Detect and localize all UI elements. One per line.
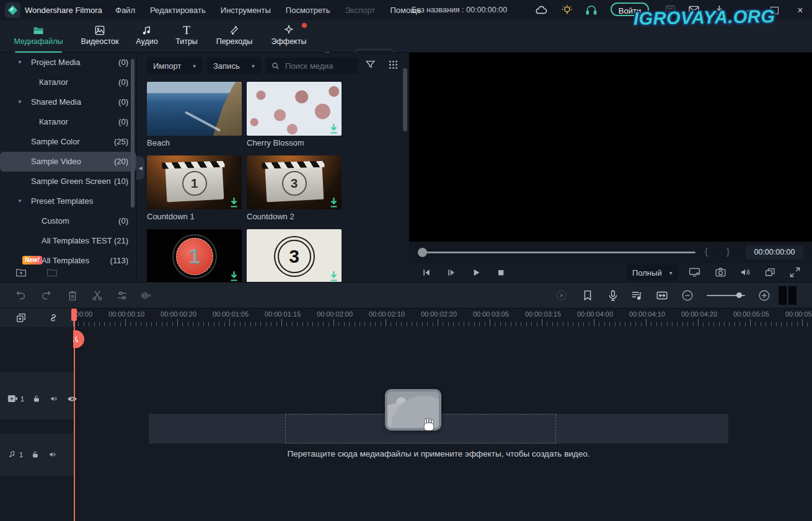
tips-bulb-icon[interactable]	[560, 4, 574, 17]
media-item[interactable]: 3 Countdown 4	[247, 229, 342, 282]
tree-arrow-icon[interactable]: ▼	[17, 92, 22, 112]
fullscreen-icon[interactable]	[788, 266, 801, 279]
speaker-icon[interactable]	[739, 266, 752, 279]
sidebar-footer	[0, 266, 136, 280]
media-item[interactable]: 3 Countdown 2	[247, 155, 342, 222]
media-thumbnail-cherry-blossom[interactable]	[247, 82, 342, 136]
tab-effects[interactable]: Эффекты	[263, 24, 314, 51]
timeline-body[interactable]: 1 1	[0, 327, 812, 521]
video-track-header[interactable]: 1	[0, 372, 73, 419]
next-frame-button[interactable]	[446, 268, 457, 278]
marker-button[interactable]	[581, 289, 594, 302]
close-button[interactable]: ×	[793, 0, 807, 20]
sidebar-item-sample-color[interactable]: Sample Color (25)	[0, 132, 136, 152]
sidebar-item-preset-templates[interactable]: ▼ Preset Templates	[0, 191, 136, 211]
tab-titles[interactable]: T Титры	[167, 24, 206, 51]
layout-icon[interactable]	[764, 266, 777, 279]
tab-audio[interactable]: Аудио	[127, 24, 167, 51]
dual-monitor-icon[interactable]	[688, 266, 701, 279]
tree-arrow-icon[interactable]: ▼	[17, 53, 22, 72]
sidebar-item-katalog-1[interactable]: Каталог (0)	[0, 72, 136, 92]
timeline-zoom-handle[interactable]	[736, 292, 742, 298]
download-arrow-icon[interactable]	[329, 271, 338, 281]
download-arrow-icon[interactable]	[229, 123, 239, 134]
preview-panel: { } 00:00:00:00 Полный ▾	[409, 53, 812, 282]
tab-media[interactable]: Медиафайлы	[9, 24, 68, 51]
new-badge: New!	[22, 256, 42, 265]
filter-icon[interactable]	[364, 59, 376, 71]
menu-export: Экспорт	[345, 6, 376, 15]
media-search[interactable]	[266, 58, 358, 74]
menu-edit[interactable]: Редактировать	[150, 6, 206, 15]
collapse-sidebar-handle[interactable]: ◀	[136, 156, 144, 180]
add-folder-icon[interactable]	[15, 266, 27, 278]
cloud-icon[interactable]	[534, 4, 548, 17]
sidebar-item-shared-media[interactable]: ▼ Shared Media (0)	[0, 92, 136, 112]
media-thumbnail-beach[interactable]	[147, 82, 242, 136]
mute-speaker-icon[interactable]	[48, 450, 58, 459]
view-toggle-block[interactable]	[779, 286, 787, 305]
sidebar-item-all-templates-test[interactable]: All Templates TEST (21)	[0, 231, 136, 251]
play-button[interactable]	[471, 268, 482, 278]
download-arrow-icon[interactable]	[329, 197, 338, 208]
mute-speaker-icon[interactable]	[49, 394, 59, 403]
record-dropdown[interactable]: Запись ▾	[207, 58, 261, 74]
media-toolbar: Импорт ▾ Запись ▾	[147, 58, 358, 74]
stop-button[interactable]	[496, 268, 507, 278]
snapshot-camera-icon[interactable]	[714, 266, 727, 279]
sidebar-item-sample-video[interactable]: Sample Video (20)	[0, 152, 136, 172]
download-arrow-icon[interactable]	[329, 123, 338, 134]
project-title: Без названия : 00:00:00:00	[412, 6, 507, 14]
timeline-ruler[interactable]: 00:00:00:00 00:00:00:10 00:00:00:20 00:0…	[0, 309, 812, 327]
mark-in-icon[interactable]: {	[705, 246, 708, 256]
playhead-line[interactable]	[74, 309, 75, 521]
media-item[interactable]: 1 Countdown 1	[147, 155, 242, 222]
video-track-number: 1	[20, 395, 24, 403]
search-input[interactable]	[284, 61, 351, 71]
sidebar-item-project-media[interactable]: ▼ Project Media (0)	[0, 53, 136, 72]
menu-file[interactable]: Файл	[115, 6, 135, 15]
audio-mixer-button	[139, 289, 152, 302]
notification-dot	[302, 23, 307, 28]
tree-arrow-icon[interactable]: ▼	[17, 191, 22, 211]
menu-view[interactable]: Посмотреть	[286, 6, 330, 15]
previous-frame-button[interactable]	[421, 268, 433, 278]
zoom-out-icon[interactable]	[681, 289, 694, 302]
chevron-down-icon: ▾	[193, 63, 196, 69]
media-thumbnail-countdown-3[interactable]: 1	[147, 229, 242, 282]
support-headset-icon[interactable]	[585, 4, 598, 17]
sidebar-item-custom[interactable]: Custom (0)	[0, 211, 136, 231]
mark-out-icon[interactable]: }	[726, 246, 730, 256]
sidebar-scrollbar[interactable]	[131, 59, 135, 208]
grid-view-icon[interactable]	[387, 59, 399, 71]
zoom-in-icon[interactable]	[757, 289, 771, 302]
audio-list-icon[interactable]	[630, 289, 643, 302]
seek-bar[interactable]	[423, 252, 695, 253]
sidebar-item-sample-green-screen[interactable]: Sample Green Screen (10)	[0, 172, 136, 191]
media-item[interactable]: Beach	[147, 82, 242, 148]
media-item[interactable]: Cherry Blossom	[247, 82, 342, 148]
tab-transitions[interactable]: Переходы	[206, 24, 262, 51]
fit-timeline-icon[interactable]	[655, 289, 669, 302]
media-scrollbar[interactable]	[403, 68, 407, 131]
media-thumbnail-countdown-4[interactable]: 3	[247, 229, 342, 282]
add-track-icon[interactable]	[15, 312, 27, 324]
link-icon[interactable]	[47, 312, 60, 324]
download-arrow-icon[interactable]	[229, 197, 239, 208]
media-item[interactable]: 1 Countdown 3	[147, 229, 242, 282]
lock-icon[interactable]	[31, 450, 40, 459]
preview-zoom-dropdown[interactable]: Полный ▾	[626, 265, 678, 281]
view-toggle-block[interactable]	[788, 286, 797, 305]
media-thumbnail-countdown-1[interactable]: 1	[147, 155, 242, 209]
audio-track-header[interactable]: 1	[0, 434, 73, 476]
sidebar-item-katalog-2[interactable]: Каталог (0)	[0, 112, 136, 132]
media-thumbnail-countdown-2[interactable]: 3	[247, 155, 342, 209]
eye-visibility-icon[interactable]	[67, 395, 77, 403]
menu-tools[interactable]: Инструменты	[221, 6, 271, 15]
record-voiceover-mic-icon[interactable]	[606, 289, 620, 302]
download-arrow-icon[interactable]	[229, 271, 239, 281]
seek-handle[interactable]	[418, 248, 427, 257]
tab-stock[interactable]: Видеосток	[73, 24, 126, 51]
import-dropdown[interactable]: Импорт ▾	[147, 58, 202, 74]
lock-icon[interactable]	[32, 394, 41, 403]
